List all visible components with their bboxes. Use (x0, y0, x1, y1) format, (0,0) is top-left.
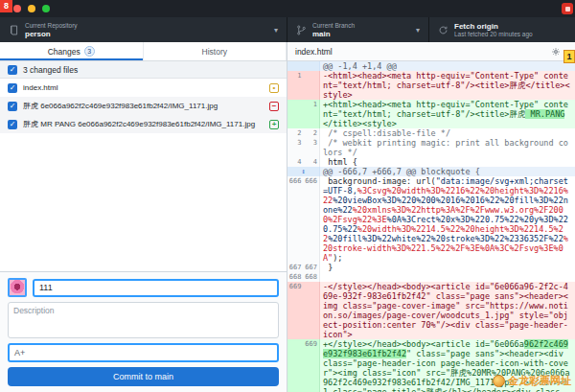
summary-input[interactable] (33, 279, 279, 297)
gear-icon[interactable] (551, 47, 561, 57)
file-row[interactable]: ✓胖虎 6e066a962f2c469e932f983e61fb2f42/IMG… (0, 97, 287, 115)
old-line-number: 667 (288, 263, 304, 272)
diff-line-text: html { (320, 157, 575, 167)
diff-gutter[interactable]: ↕ (288, 167, 320, 176)
diff-row-ctx[interactable]: 666666 background-image: url("data:image… (288, 176, 575, 263)
changes-count-badge: 3 (84, 46, 95, 57)
file-name: index.html (23, 83, 264, 92)
expand-hunk-icon[interactable] (288, 61, 319, 71)
sync-icon (438, 25, 448, 35)
diff-row-ctx[interactable]: 22 /* cspell:disable-file */ (288, 128, 575, 138)
old-line-number: 668 (288, 272, 304, 282)
diff-gutter[interactable]: 666666 (288, 176, 320, 263)
new-line-number (304, 71, 320, 100)
diff-gutter[interactable]: 33 (288, 138, 320, 157)
diff-row-hunk[interactable]: @@ -1,4 +1,4 @@ (288, 61, 575, 71)
added-status-icon: + (269, 120, 279, 129)
diff-gutter[interactable]: 669 (288, 282, 320, 339)
new-line-number: 4 (304, 157, 320, 167)
annotation-badge-1: 1 (564, 50, 575, 63)
changes-sidebar: Changes 3 History ✓ 3 changed files ✓ind… (0, 42, 288, 392)
fetch-sub-label: Last fetched 20 minutes ago (454, 31, 566, 38)
diff-row-ctx[interactable]: 33 /* webkit printing magic: print all b… (288, 138, 575, 157)
commit-form: A+ Commit to main (0, 271, 287, 392)
diff-gutter[interactable]: 1 (288, 100, 320, 128)
titlebar (0, 0, 575, 17)
commit-to-main-button[interactable]: Commit to main (8, 367, 279, 386)
branch-name: main (312, 30, 410, 38)
diff-line-text: +<html><head><meta http-equiv="Content-T… (320, 100, 575, 128)
current-branch-button[interactable]: Current Branch main ▾ (288, 17, 429, 42)
annotation-red-icon (562, 3, 573, 14)
diff-body: @@ -1,4 +1,4 @@1-<html><head><meta http-… (288, 61, 575, 392)
file-checkbox[interactable]: ✓ (8, 83, 17, 93)
diff-line-text: /* cspell:disable-file */ (320, 128, 575, 138)
diff-line-text: -</style></head><body><article id="6e066… (320, 282, 575, 339)
watermark: 金龙彩票网址 (493, 374, 571, 388)
diff-row-ctx[interactable]: 668668 (288, 272, 575, 282)
new-line-number: 668 (304, 272, 320, 282)
branch-icon (296, 25, 307, 35)
diff-gutter[interactable] (288, 61, 320, 71)
old-line-number (288, 100, 304, 128)
removed-status-icon: − (269, 102, 279, 111)
diff-gutter[interactable]: 669 (288, 339, 320, 392)
diff-gutter[interactable]: 44 (288, 157, 320, 167)
changed-files-label: 3 changed files (23, 65, 78, 75)
diff-row-hunk[interactable]: ↕@@ -666,7 +666,7 @@ blockquote { (288, 167, 575, 176)
minimize-button[interactable] (28, 5, 35, 12)
description-input[interactable] (8, 302, 279, 338)
fetch-origin-button[interactable]: Fetch origin Last fetched 20 minutes ago (429, 17, 575, 42)
file-name: 胖虎 MR PANG 6e066a962f2c469e932f983e61fb2… (23, 119, 264, 129)
coauthor-field[interactable]: A+ (8, 343, 279, 362)
diff-row-add[interactable]: 1+<html><head><meta http-equiv="Content-… (288, 100, 575, 128)
toolbar: Current Repository person ▾ Current Bran… (0, 17, 575, 42)
current-repository-button[interactable]: Current Repository person ▾ (0, 17, 288, 42)
diff-line-text (320, 272, 575, 282)
new-line-number: 3 (304, 138, 320, 157)
watermark-logo-icon (493, 375, 505, 387)
file-list-empty-space (0, 133, 287, 271)
new-line-number (304, 282, 320, 339)
old-line-number: 2 (288, 128, 304, 138)
file-list: ✓index.html•✓胖虎 6e066a962f2c469e932f983e… (0, 79, 287, 133)
diff-gutter[interactable]: 668668 (288, 272, 320, 282)
modified-status-icon: • (269, 83, 279, 93)
diff-gutter[interactable]: 667667 (288, 263, 320, 272)
repo-label: Current Repository (25, 22, 268, 30)
diff-gutter[interactable]: 1 (288, 71, 320, 100)
zoom-button[interactable] (42, 5, 50, 12)
repo-name: person (25, 30, 268, 38)
file-name: 胖虎 6e066a962f2c469e932f983e61fb2f42/IMG_… (23, 101, 264, 111)
expand-hunk-icon[interactable]: ↕ (288, 167, 319, 176)
annotation-badge-8: 8 (0, 0, 12, 12)
chevron-down-icon: ▾ (416, 26, 420, 35)
diff-line-text: -<html><head><meta http-equiv="Content-T… (320, 71, 575, 100)
diff-row-del[interactable]: 669-</style></head><body><article id="6e… (288, 282, 575, 339)
tab-changes[interactable]: Changes 3 (0, 42, 144, 60)
old-line-number: 669 (288, 282, 304, 339)
new-line-number: 1 (304, 100, 320, 128)
avatar (8, 278, 27, 297)
diff-row-ctx[interactable]: 667667 } (288, 263, 575, 272)
main-content: Changes 3 History ✓ 3 changed files ✓ind… (0, 42, 575, 392)
file-checkbox[interactable]: ✓ (8, 102, 17, 111)
chevron-down-icon: ▾ (274, 26, 278, 35)
old-line-number: 1 (288, 71, 304, 100)
file-row[interactable]: ✓index.html• (0, 79, 287, 97)
diff-gutter[interactable]: 22 (288, 128, 320, 138)
tab-history[interactable]: History (144, 42, 288, 60)
changed-files-header: ✓ 3 changed files (0, 61, 287, 79)
branch-label: Current Branch (312, 22, 410, 30)
diff-line-text: background-image: url("data:image/svg+xm… (320, 176, 575, 263)
diff-line-text: @@ -1,4 +1,4 @@ (320, 61, 575, 71)
select-all-checkbox[interactable]: ✓ (8, 65, 17, 75)
new-line-number: 669 (304, 339, 320, 392)
file-row[interactable]: ✓胖虎 MR PANG 6e066a962f2c469e932f983e61fb… (0, 115, 287, 133)
summary-row (8, 278, 279, 297)
diff-row-ctx[interactable]: 44 html { (288, 157, 575, 167)
file-checkbox[interactable]: ✓ (8, 120, 17, 129)
diff-row-del[interactable]: 1-<html><head><meta http-equiv="Content-… (288, 71, 575, 100)
tab-history-label: History (202, 47, 227, 57)
close-button[interactable] (13, 5, 21, 12)
